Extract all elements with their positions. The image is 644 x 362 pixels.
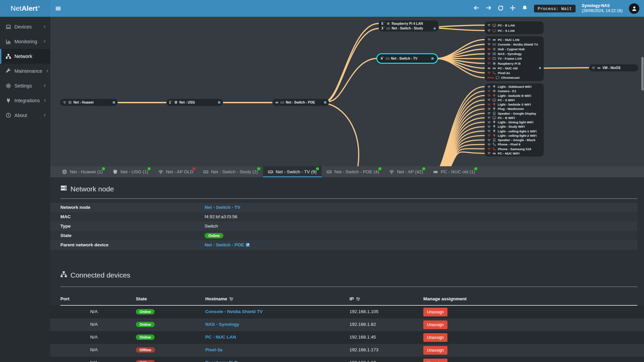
diagram-node-net-switch-poe[interactable]: Net - Switch - POE bbox=[272, 99, 329, 106]
cell-manage: Unassign bbox=[423, 333, 447, 342]
sidebar-item-maintenance[interactable]: Maintenance bbox=[0, 64, 50, 78]
sidebar-toggle-icon[interactable] bbox=[55, 5, 61, 13]
tab-net-ap-old[interactable]: Net - AP OLD bbox=[153, 166, 199, 177]
node-collapse-handle[interactable] bbox=[434, 27, 436, 29]
diagram-device-row[interactable]: Light - Study WiFi bbox=[487, 124, 541, 129]
diagram-device-row[interactable]: PC - S LAN bbox=[487, 28, 541, 33]
wifi-icon bbox=[487, 125, 491, 128]
cell-ip: 192.168.1.105 bbox=[350, 309, 378, 314]
diagram-node-net-usg[interactable]: 1Net - USG bbox=[166, 99, 223, 106]
diagram-device-row[interactable]: TV - Frame LAN bbox=[487, 56, 541, 61]
unassign-button[interactable]: Unassign bbox=[423, 320, 447, 329]
unassign-button[interactable]: Unassign bbox=[423, 346, 447, 355]
diagram-device-row[interactable]: PC - B WiFi bbox=[487, 116, 541, 120]
diagram-device-row[interactable]: PC - NUC LAN bbox=[487, 37, 541, 42]
tab-net-switch-poe-4-[interactable]: Net - Switch - POE (4) bbox=[322, 166, 384, 177]
sidebar-item-about[interactable]: About bbox=[0, 108, 50, 123]
device-link[interactable]: PC - NUC LAN bbox=[205, 335, 236, 340]
cell-hostname: NAS - Synology bbox=[205, 322, 239, 327]
tab-net-ap-42-[interactable]: Net - AP (42) bbox=[384, 166, 428, 177]
node-collapse-handle[interactable] bbox=[324, 101, 326, 104]
cell-state: Offline bbox=[136, 347, 155, 353]
unassign-button[interactable]: Unassign bbox=[423, 308, 447, 316]
process-status-badge[interactable]: Process: Wait bbox=[534, 5, 576, 12]
device-link[interactable]: NAS - Synology bbox=[205, 322, 239, 327]
back-arrow-icon[interactable] bbox=[474, 5, 479, 12]
diagram-device-row[interactable]: NAS - Synology bbox=[487, 52, 541, 56]
node-collapse-handle[interactable] bbox=[218, 101, 220, 104]
unassign-button[interactable]: Unassign bbox=[423, 333, 447, 342]
extlink-icon[interactable] bbox=[246, 243, 250, 247]
sidebar-item-settings[interactable]: Settings bbox=[0, 78, 50, 93]
diagram-device-row[interactable]: PC - B LAN bbox=[487, 22, 541, 28]
pan-move-icon[interactable] bbox=[510, 5, 516, 12]
device-label: PC - NUC old bbox=[498, 66, 518, 70]
device-link[interactable]: Raspberry Pi B bbox=[205, 360, 238, 362]
column-header-ip[interactable]: IP bbox=[350, 296, 360, 301]
wifi-icon bbox=[487, 147, 491, 150]
cell-manage: Unassign bbox=[423, 346, 447, 355]
tab-pc-nuc-old-1-[interactable]: PC - NUC old (1) bbox=[428, 166, 480, 177]
diagram-node-net-huawei[interactable]: Net - Huawei bbox=[60, 99, 118, 106]
chevleft-icon bbox=[46, 69, 49, 73]
diagram-device-row[interactable]: NoneChromecast bbox=[487, 75, 541, 80]
diagram-device-row[interactable]: Phone - Pixel 6 bbox=[487, 142, 541, 146]
forward-arrow-icon[interactable] bbox=[486, 5, 491, 12]
user-avatar[interactable] bbox=[629, 3, 639, 14]
switchdev-icon bbox=[280, 101, 284, 104]
device-link[interactable]: Console - Nvidia Shield TV bbox=[205, 309, 263, 314]
node-link[interactable]: Net - Switch - TV bbox=[205, 205, 240, 210]
column-header-hostname[interactable]: Hostname bbox=[205, 296, 233, 301]
device-link[interactable]: Pixel-3a bbox=[205, 347, 222, 352]
sidebar-item-network[interactable]: Network bbox=[0, 49, 50, 64]
diagram-device-row[interactable]: Speaker - Google Display bbox=[487, 111, 541, 116]
chevron-left-icon bbox=[43, 98, 47, 103]
diagram-node-row[interactable]: 3Net - Switch - Study bbox=[381, 26, 436, 31]
tab-net-huawei-1-[interactable]: Net - Huawei (1) bbox=[57, 166, 108, 177]
diagram-device-row[interactable]: Light - Dining light WiFi bbox=[487, 120, 541, 124]
tab-net-switch-study-2-[interactable]: Net - Switch - Study (2) bbox=[198, 166, 263, 177]
refresh-icon[interactable] bbox=[498, 5, 503, 12]
sidebar-item-monitoring[interactable]: Monitoring bbox=[0, 34, 50, 49]
diagram-device-row[interactable]: Light - bedside S WiFi bbox=[487, 102, 541, 107]
diagram-device-row[interactable]: Light - bedside B WiFi bbox=[487, 94, 541, 98]
parent-node-link[interactable]: Net - Switch - POE bbox=[205, 242, 246, 247]
node-collapse-handle[interactable] bbox=[113, 101, 115, 104]
diagram-device-row[interactable]: PC - S WiFi bbox=[487, 98, 541, 102]
diagram-device-row[interactable]: Pixel-3a bbox=[487, 70, 541, 75]
diagram-node-row[interactable]: 5Raspberry Pi 4 LAN bbox=[381, 21, 436, 26]
status-badge: Online bbox=[205, 233, 223, 238]
switchdev-icon bbox=[203, 169, 208, 174]
unassign-button[interactable]: Unassign bbox=[423, 359, 447, 362]
sidebar-item-devices[interactable]: Devices bbox=[0, 19, 50, 34]
tab-net-usg-1-[interactable]: Net - USG (1) bbox=[108, 166, 153, 177]
notification-bell-icon[interactable] bbox=[522, 5, 528, 12]
sort-icon[interactable] bbox=[229, 297, 233, 301]
diagram-device-row[interactable]: Console - Nvidia Shield TV bbox=[487, 42, 541, 47]
diagram-device-row[interactable]: Light - ceiling-light-2 WiFi bbox=[487, 133, 541, 138]
diagram-device-row[interactable]: Light - ceiling-light-1 WiFi bbox=[487, 129, 541, 133]
eth-icon bbox=[487, 47, 491, 51]
sidebar-item-integrations[interactable]: Integrations bbox=[0, 93, 50, 108]
diagram-device-row[interactable]: PC - NUC old bbox=[487, 66, 541, 70]
diagram-node-net-switch-tv[interactable]: 4Net - Switch - TV bbox=[378, 55, 436, 62]
diagram-device-row[interactable]: Light - Sideboard WiFi bbox=[487, 84, 541, 89]
node-collapse-handle[interactable] bbox=[431, 57, 434, 60]
node-collapse-handle[interactable] bbox=[539, 67, 541, 69]
scrollbar-thumb[interactable] bbox=[641, 57, 644, 90]
diagram-device-row[interactable]: Camera - E1 bbox=[487, 89, 541, 93]
diagram-device-row[interactable]: Speaker - Google - Black bbox=[487, 138, 541, 142]
diagram-device-row[interactable]: Raspberry Pi B bbox=[487, 61, 541, 66]
network-topology-diagram[interactable]: Net - Huawei1Net - USGNet - Switch - POE… bbox=[50, 17, 644, 166]
diagram-node-vm-nixos[interactable]: VM - NixOS bbox=[589, 64, 638, 71]
diagram-device-row[interactable]: Phone - Samsung S10 bbox=[487, 147, 541, 151]
diagram-device-row[interactable]: Plug - Washroom bbox=[487, 107, 541, 111]
detail-label: MAC bbox=[60, 214, 71, 219]
app-logo[interactable]: NetAlertx bbox=[0, 0, 50, 17]
sort-icon[interactable] bbox=[356, 297, 360, 301]
tab-net-switch-tv-9-[interactable]: Net - Switch - TV (9) bbox=[263, 166, 322, 177]
diagram-device-row[interactable]: Hub - Cygnet Hub bbox=[487, 47, 541, 51]
plug-icon bbox=[6, 98, 11, 103]
wifi-icon bbox=[487, 103, 491, 106]
diagram-device-row[interactable]: PC - NUC WiFi bbox=[487, 151, 541, 156]
